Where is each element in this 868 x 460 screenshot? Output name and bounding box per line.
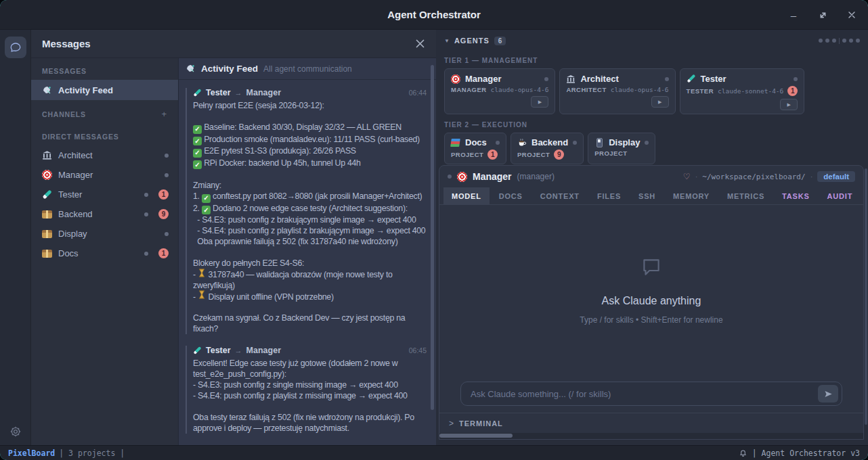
messages-rail-button[interactable] — [5, 37, 26, 58]
agent-detail-tabs: MODELDOCSCONTEXTFILESSSHMEMORYMETRICSTAS… — [439, 187, 863, 205]
maximize-button[interactable] — [817, 9, 828, 20]
check-icon: ✓ — [202, 206, 211, 214]
message-card: Tester→Manager06:44Pełny raport E2E (ses… — [186, 88, 427, 334]
agent-card-docs[interactable]: DocsPROJECT1 — [444, 133, 506, 164]
ask-claude-input[interactable]: Ask Claude something... (/ for skills) — [460, 382, 842, 406]
agent-card-name: Architect — [580, 74, 618, 84]
agent-card-backend[interactable]: BackendPROJECT9 — [511, 133, 584, 164]
run-agent-button[interactable]: ▶ — [531, 96, 548, 108]
window-controls: – — [788, 0, 857, 30]
window-title: Agent Orchestrator — [387, 9, 481, 20]
box-icon — [42, 209, 52, 219]
branch-badge[interactable]: default — [817, 171, 855, 182]
books-icon — [451, 138, 460, 147]
run-agent-button[interactable]: ▶ — [780, 99, 798, 110]
sidebar-item-label: Activity Feed — [58, 85, 113, 95]
dm-item-docs[interactable]: Docs1 — [31, 244, 178, 263]
agent-card-role: PROJECT — [517, 151, 550, 158]
vertical-scrollbar-thumb[interactable] — [865, 168, 867, 425]
agent-card-tester[interactable]: TesterTESTERclaude-sonnet-4-61▶ — [680, 68, 805, 114]
agent-card-role: ARCHITECT — [566, 86, 606, 93]
feed-scrollbar[interactable] — [431, 65, 434, 410]
agents-title: AGENTS — [454, 37, 490, 45]
agent-card-model: claude-opus-4-6 — [611, 86, 669, 93]
unread-badge: 9 — [158, 209, 169, 219]
agents-status-dots — [819, 38, 860, 44]
tab-docs[interactable]: DOCS — [491, 187, 531, 204]
sidebar-item-activity-feed[interactable]: Activity Feed — [31, 80, 178, 100]
horizontal-scrollbar-thumb[interactable] — [439, 434, 513, 438]
app-window: Agent Orchestrator – Messages MESSAGES A… — [0, 0, 868, 460]
bell-icon[interactable] — [739, 448, 747, 457]
target-icon — [457, 172, 467, 182]
message-time: 06:45 — [409, 346, 427, 354]
message-time: 06:44 — [409, 89, 427, 97]
dm-item-display[interactable]: Display — [31, 224, 178, 244]
horizontal-scrollbar-track — [439, 433, 863, 439]
agent-card-model: claude-opus-4-6 — [491, 86, 549, 93]
dm-list: ArchitectManagerTester1Backend9DisplayDo… — [31, 145, 178, 263]
presence-dot — [165, 232, 169, 236]
agent-card-name: Docs — [465, 137, 487, 147]
tab-memory[interactable]: MEMORY — [665, 187, 718, 204]
agents-header: ▼ AGENTS 6 — [436, 31, 868, 50]
agent-detail-header: Manager (manager) ♡ · ~/workspace/pixelb… — [439, 166, 863, 187]
collapse-triangle-icon[interactable]: ▼ — [444, 38, 450, 44]
tab-metrics[interactable]: METRICS — [719, 187, 773, 204]
minimize-button[interactable]: – — [788, 9, 799, 20]
presence-dot — [144, 252, 148, 256]
dm-item-manager[interactable]: Manager — [31, 165, 178, 185]
empty-state-title: Ask Claude anything — [602, 295, 701, 307]
presence-dot — [144, 193, 148, 197]
agent-card-name: Display — [609, 137, 640, 147]
tab-model[interactable]: MODEL — [443, 187, 490, 204]
send-button[interactable] — [818, 385, 838, 402]
heart-icon[interactable]: ♡ — [683, 172, 691, 181]
presence-dot — [165, 154, 169, 158]
titlebar: Agent Orchestrator – — [0, 0, 868, 30]
tab-tasks[interactable]: TASKS — [774, 187, 817, 204]
statusbar-projects: | 3 projects | — [59, 448, 125, 458]
presence-dot — [144, 212, 148, 216]
dm-item-architect[interactable]: Architect — [31, 145, 178, 165]
chat-bubble-icon — [9, 41, 22, 53]
tier2-cards: DocsPROJECT1BackendPROJECT9DisplayPROJEC… — [436, 133, 868, 164]
close-button[interactable] — [846, 9, 857, 20]
tube-icon — [193, 346, 202, 355]
tab-context[interactable]: CONTEXT — [532, 187, 588, 204]
box-icon — [42, 248, 52, 258]
check-icon: ✓ — [193, 125, 202, 134]
messages-section-label: MESSAGES — [31, 58, 178, 80]
dm-item-label: Docs — [58, 248, 79, 258]
tab-files[interactable]: FILES — [589, 187, 629, 204]
agent-card-display[interactable]: DisplayPROJECT — [588, 133, 655, 164]
agent-card-manager[interactable]: ManagerMANAGERclaude-opus-4-6▶ — [444, 68, 555, 114]
activity-feed: Activity Feed All agent communication Te… — [179, 58, 436, 445]
tier1-cards: ManagerMANAGERclaude-opus-4-6▶ArchitectA… — [436, 68, 868, 114]
message-body: Excellent! Edge case testy już gotowe (d… — [193, 358, 427, 434]
settings-gear-icon[interactable] — [9, 425, 22, 438]
tab-ssh[interactable]: SSH — [630, 187, 664, 204]
statusbar: PixelBoard | 3 projects | | Agent Orches… — [0, 445, 868, 460]
terminal-toggle[interactable]: > TERMINAL — [439, 413, 863, 433]
messages-panel-header: Messages — [31, 30, 436, 58]
empty-state-hint: Type / for skills • Shift+Enter for newl… — [580, 315, 722, 325]
chevron-right-icon: > — [449, 419, 454, 428]
statusbar-app-name[interactable]: PixelBoard — [8, 448, 55, 458]
agents-panel: ▼ AGENTS 6 TIER 1 — MANAGEMENT ManagerMA… — [436, 30, 868, 445]
feed-message-list: Tester→Manager06:44Pełny raport E2E (ses… — [179, 80, 436, 445]
run-agent-button[interactable]: ▶ — [651, 96, 669, 108]
messages-close-icon[interactable] — [415, 39, 425, 49]
dm-item-tester[interactable]: Tester1 — [31, 185, 178, 204]
tube-icon — [687, 74, 696, 84]
agent-card-model: claude-sonnet-4-6 — [718, 87, 783, 95]
agent-card-architect[interactable]: ArchitectARCHITECTclaude-opus-4-6▶ — [559, 68, 675, 114]
terminal-label: TERMINAL — [459, 419, 503, 428]
dm-item-backend[interactable]: Backend9 — [31, 204, 178, 224]
agent-card-status-dot — [544, 77, 548, 81]
message-from: Tester — [206, 346, 231, 355]
tab-audit[interactable]: AUDIT — [819, 187, 861, 204]
add-channel-button[interactable]: + — [162, 109, 167, 119]
agent-card-status-dot — [645, 141, 649, 145]
message-to: Manager — [246, 346, 281, 355]
